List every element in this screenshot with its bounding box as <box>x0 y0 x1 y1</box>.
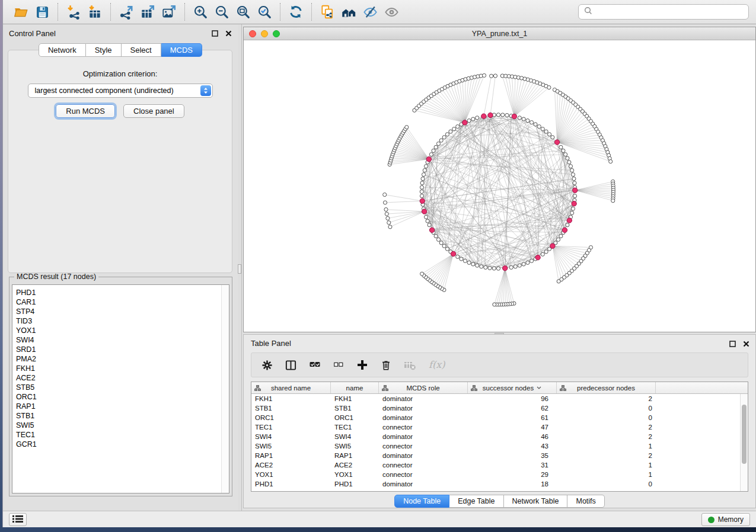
column-header-MCDS-role[interactable]: MCDS role <box>379 382 468 393</box>
table-row[interactable]: ACE2ACE2connector311 <box>251 460 748 470</box>
mcds-result-item[interactable]: ORC1 <box>16 392 229 402</box>
show-columns-icon[interactable] <box>285 358 297 372</box>
mcds-result-item[interactable]: SWI5 <box>16 421 229 430</box>
show-all-icon[interactable] <box>381 2 402 22</box>
network-search-box[interactable] <box>578 4 749 20</box>
mcds-list-scrollbar[interactable] <box>221 285 229 493</box>
table-cell: 43 <box>468 443 557 450</box>
mcds-result-item[interactable]: GCR1 <box>16 440 229 449</box>
mcds-result-item[interactable]: STB5 <box>16 383 229 392</box>
select-all-icon[interactable] <box>308 358 321 372</box>
search-input[interactable] <box>596 8 743 16</box>
table-cell: dominator <box>379 480 468 488</box>
column-header-successor-nodes[interactable]: successor nodes <box>468 382 557 393</box>
zoom-out-icon[interactable] <box>211 2 232 22</box>
tab-motifs[interactable]: Motifs <box>567 495 604 508</box>
clone-network-icon[interactable] <box>317 2 338 22</box>
new-column-icon[interactable] <box>356 358 369 372</box>
zoom-fit-icon[interactable] <box>232 2 254 22</box>
tab-edge-table[interactable]: Edge Table <box>449 495 503 508</box>
hide-selected-icon[interactable] <box>359 2 381 22</box>
mcds-result-item[interactable]: SWI4 <box>16 335 229 345</box>
close-window-icon[interactable] <box>249 30 256 37</box>
mcds-result-item[interactable]: STB1 <box>16 411 229 421</box>
table-cell: dominator <box>379 395 468 402</box>
tab-style[interactable]: Style <box>86 43 122 57</box>
network-canvas[interactable] <box>244 40 755 332</box>
save-session-icon[interactable] <box>31 2 53 22</box>
network-window-titlebar[interactable]: YPA_prune.txt_1 <box>244 27 755 40</box>
table-mode-gear-icon[interactable] <box>261 358 273 372</box>
table-row[interactable]: FKH1FKH1dominator962 <box>251 394 748 403</box>
open-file-icon[interactable] <box>10 2 31 22</box>
maximize-window-icon[interactable] <box>273 30 280 37</box>
mcds-result-item[interactable]: RAP1 <box>16 402 229 411</box>
table-cell: ORC1 <box>331 414 379 421</box>
float-table-panel-icon[interactable] <box>729 340 736 348</box>
task-history-button[interactable] <box>9 513 27 526</box>
splitter-grip[interactable] <box>238 264 241 274</box>
close-panel-button[interactable]: Close panel <box>123 104 184 118</box>
memory-button[interactable]: Memory <box>701 513 750 526</box>
export-table-icon[interactable] <box>137 2 158 22</box>
right-area: YPA_prune.txt_1 Table Panel f(x) shared … <box>242 24 756 511</box>
zoom-selected-icon[interactable] <box>254 2 275 22</box>
table-row[interactable]: RAP1RAP1dominator352 <box>251 451 748 460</box>
table-row[interactable]: ORC1ORC1dominator610 <box>251 413 748 422</box>
tab-mcds[interactable]: MCDS <box>161 43 202 57</box>
table-body: FKH1FKH1dominator962STB1STB1dominator620… <box>251 394 748 489</box>
vertical-splitter[interactable] <box>238 24 242 511</box>
table-scrollbar-thumb[interactable] <box>742 405 747 464</box>
close-panel-icon[interactable] <box>225 30 232 37</box>
tab-network-table[interactable]: Network Table <box>504 495 568 508</box>
close-table-panel-icon[interactable] <box>742 340 750 348</box>
import-table-icon[interactable] <box>84 2 106 22</box>
export-network-icon[interactable] <box>116 2 137 22</box>
tab-select[interactable]: Select <box>122 43 161 57</box>
mcds-result-item[interactable]: ACE2 <box>16 373 229 383</box>
mcds-result-item[interactable]: FKH1 <box>16 364 229 373</box>
mcds-result-item[interactable]: TEC1 <box>16 430 229 440</box>
column-header-predecessor-nodes[interactable]: predecessor nodes <box>557 382 656 393</box>
table-scrollbar[interactable] <box>740 394 748 491</box>
mcds-result-item[interactable]: PMA2 <box>16 354 229 364</box>
mcds-result-item[interactable]: YOX1 <box>16 326 229 335</box>
mcds-result-item[interactable]: SRD1 <box>16 345 229 354</box>
mcds-result-item[interactable]: TID3 <box>16 316 229 326</box>
float-panel-icon[interactable] <box>211 30 219 37</box>
column-header-name[interactable]: name <box>331 382 379 393</box>
table-row[interactable]: STB1STB1dominator620 <box>251 403 748 413</box>
zoom-in-icon[interactable] <box>190 2 211 22</box>
table-cell: 47 <box>468 424 557 431</box>
mcds-result-group: MCDS result (17 nodes) PHD1CAR1STP4TID3Y… <box>9 277 232 496</box>
first-neighbors-icon[interactable] <box>338 2 359 22</box>
table-cell: dominator <box>379 405 468 412</box>
mcds-result-item[interactable]: STP4 <box>16 307 229 316</box>
table-cell: TEC1 <box>331 424 379 431</box>
table-row[interactable]: SWI4SWI4dominator462 <box>251 432 748 441</box>
table-cell: SWI5 <box>251 443 331 450</box>
column-header-shared-name[interactable]: shared name <box>251 382 331 393</box>
delete-columns-icon[interactable] <box>380 358 392 372</box>
mcds-result-item[interactable]: PHD1 <box>16 288 229 297</box>
table-row[interactable]: TEC1TEC1connector472 <box>251 422 748 432</box>
export-image-icon[interactable] <box>158 2 180 22</box>
tab-node-table[interactable]: Node Table <box>394 495 449 508</box>
tab-network[interactable]: Network <box>39 43 86 57</box>
table-row[interactable]: PHD1PHD1dominator180 <box>251 479 748 489</box>
desktop-wallpaper: Control Panel NetworkStyleSelectMCDS Opt… <box>0 0 756 532</box>
table-row[interactable]: YOX1YOX1connector291 <box>251 470 748 479</box>
table-cell: 1 <box>557 443 656 450</box>
deselect-all-icon[interactable] <box>333 358 344 372</box>
table-row[interactable]: SWI5SWI5connector431 <box>251 441 748 451</box>
mcds-result-list[interactable]: PHD1CAR1STP4TID3YOX1SWI4SRD1PMA2FKH1ACE2… <box>12 284 229 493</box>
minimize-window-icon[interactable] <box>261 30 268 37</box>
import-network-icon[interactable] <box>63 2 84 22</box>
mcds-result-item[interactable]: CAR1 <box>16 297 229 307</box>
apply-layout-refresh-icon[interactable] <box>285 2 307 22</box>
table-cell: TEC1 <box>251 424 331 431</box>
table-cell: 46 <box>468 433 557 440</box>
optimization-criterion-select[interactable]: largest connected component (undirected) <box>28 84 213 98</box>
main-toolbar <box>3 0 756 24</box>
run-mcds-button[interactable]: Run MCDS <box>56 104 115 118</box>
